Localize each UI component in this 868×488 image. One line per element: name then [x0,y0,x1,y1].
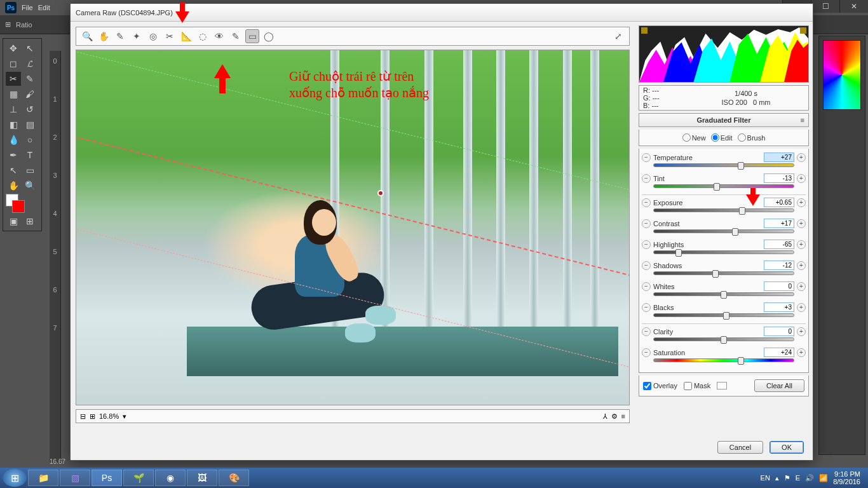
tray-clock[interactable]: 9:16 PM8/9/2016 [833,470,860,485]
brush-tool[interactable]: 🖌 [22,87,37,101]
highlights-input[interactable] [764,240,794,249]
start-button[interactable]: ⊞ [3,469,27,487]
zoom-icon[interactable]: 🔍 [80,29,94,43]
marquee-tool[interactable]: ◻ [6,57,21,71]
colorsampler-icon[interactable]: ✦ [130,29,144,43]
tray-app-icon[interactable]: E [796,474,800,482]
graduated-filter-pin[interactable] [377,190,384,196]
whites-input[interactable] [764,281,794,291]
ratio-label[interactable]: Ratio [16,21,32,29]
gradient-tool[interactable]: ▤ [22,118,37,132]
hand-tool[interactable]: ✋ [6,179,21,193]
overlay-checkbox[interactable]: Overlay [643,382,677,390]
targeted-icon[interactable]: ◎ [146,29,160,43]
temperature-slider[interactable] [653,163,794,170]
clarity-slider[interactable] [653,337,794,344]
taskbar-coccoc[interactable]: 🌱 [123,470,154,486]
redeye-icon[interactable]: 👁 [212,29,226,43]
plus-icon[interactable]: + [797,153,806,162]
ok-button[interactable]: OK [770,441,804,454]
tint-input[interactable] [764,173,794,183]
mode-edit[interactable]: Edit [711,133,733,142]
shadow-clip-icon[interactable] [641,27,648,34]
adjustbrush-icon[interactable]: ✎ [229,29,243,43]
taskbar-paint[interactable]: 🎨 [219,470,249,486]
taskbar-photoshop[interactable]: Ps [92,470,122,486]
tray-volume-icon[interactable]: 📶 [819,474,828,482]
clarity-input[interactable] [764,327,794,336]
mode-brush[interactable]: Brush [738,133,766,142]
history-brush-tool[interactable]: ↺ [22,102,37,116]
menu-file[interactable]: File [22,4,33,11]
exposure-input[interactable] [764,198,794,207]
lasso-tool[interactable]: 𝓛 [22,57,37,71]
tray-lang[interactable]: EN [761,474,770,482]
saturation-input[interactable] [764,348,794,357]
shadows-slider[interactable] [653,271,794,278]
zoom-value[interactable]: 16.8% [99,412,119,420]
blacks-slider[interactable] [653,313,794,320]
move-tool[interactable]: ✥ [6,41,21,55]
shadows-input[interactable] [764,261,794,270]
maximize-button[interactable]: ☐ [811,0,839,13]
eyedropper-tool[interactable]: ✎ [22,72,37,86]
color-swatches[interactable] [6,194,25,213]
spot-icon[interactable]: ◌ [196,29,210,43]
quickmask-tool[interactable]: ▣ [6,214,21,228]
panel-menu-icon[interactable]: ≡ [801,116,804,124]
hand-icon[interactable]: ✋ [97,29,111,43]
color-panel[interactable] [823,40,861,110]
highlights-slider[interactable] [653,250,794,257]
preview-settings-icon[interactable]: ⚙ [611,412,618,421]
blur-tool[interactable]: 💧 [6,133,21,147]
preview-compare-icon[interactable]: ⅄ [603,412,607,421]
type-tool[interactable]: T [22,148,37,162]
crop-icon[interactable]: ✂ [163,29,177,43]
screenmode-tool[interactable]: ⊞ [22,214,37,228]
taskbar-explorer[interactable]: 📁 [28,470,58,486]
zoom-out-icon[interactable]: ⊟ [80,412,86,421]
histogram[interactable] [639,25,809,83]
mode-new[interactable]: New [682,133,706,142]
shape-tool[interactable]: ▭ [22,163,37,177]
whites-slider[interactable] [653,292,794,299]
eraser-tool[interactable]: ◧ [6,118,21,132]
stamp-tool[interactable]: ⊥ [6,102,21,116]
arrow-tool[interactable]: ↖ [22,41,37,55]
zoom-in-icon[interactable]: ⊞ [90,412,95,421]
fullscreen-icon[interactable]: ⤢ [611,29,625,43]
taskbar-chrome[interactable]: ◉ [155,470,186,486]
pen-tool[interactable]: ✒ [6,148,21,162]
whitebalance-icon[interactable]: ✎ [113,29,127,43]
tray-flag-icon[interactable]: ⚑ [784,474,790,482]
mask-checkbox[interactable]: Mask [684,382,710,390]
blacks-input[interactable] [764,302,794,312]
frame-tool[interactable]: ▦ [6,87,21,101]
menu-edit[interactable]: Edit [38,4,50,11]
acr-canvas[interactable]: Giữ chuột trái rê từ trên xuống chỗ muốn… [76,50,630,405]
temperature-input[interactable] [764,152,794,162]
crop-options-icon[interactable]: ⊞ [5,20,11,29]
contrast-slider[interactable] [653,229,794,236]
exposure-slider[interactable] [653,208,794,215]
zoom-tool[interactable]: 🔍 [22,179,37,193]
taskbar-vs[interactable]: ▧ [60,470,90,486]
close-button[interactable]: ✕ [839,0,868,13]
path-select-tool[interactable]: ↖ [6,163,21,177]
graduated-filter-icon[interactable]: ▭ [245,29,259,43]
graduated-filter-overlay[interactable] [76,50,629,405]
clear-all-button[interactable]: Clear All [754,379,804,392]
preview-menu-icon[interactable]: ≡ [621,412,625,420]
taskbar-photos[interactable]: 🖼 [187,470,217,486]
crop-tool[interactable]: ✂ [6,72,21,86]
saturation-slider[interactable] [653,358,794,365]
dodge-tool[interactable]: ○ [22,133,37,147]
zoom-dropdown-icon[interactable]: ▾ [123,412,126,421]
minus-icon[interactable]: − [642,153,651,162]
contrast-input[interactable] [764,219,794,228]
radial-filter-icon[interactable]: ◯ [262,29,276,43]
mask-color-swatch[interactable] [717,382,727,390]
tray-show-hidden-icon[interactable]: ▴ [775,474,779,482]
highlight-clip-icon[interactable] [800,27,806,34]
tint-slider[interactable] [653,184,794,191]
